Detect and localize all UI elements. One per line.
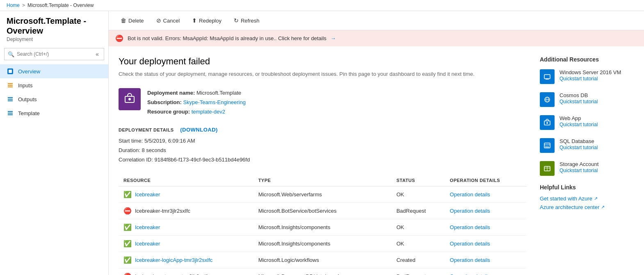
resource-name-3: SQL Database xyxy=(560,138,598,144)
operation-details-link[interactable]: Operation details xyxy=(450,191,490,198)
breadcrumb-home[interactable]: Home xyxy=(7,2,20,8)
cancel-label: Cancel xyxy=(163,18,180,24)
alert-arrow[interactable]: → xyxy=(331,35,336,41)
helpful-link-0[interactable]: Get started with Azure↗ xyxy=(540,195,634,202)
deployment-description: Check the status of your deployment, man… xyxy=(119,70,527,78)
resource-type: Microsoft.Insights/components xyxy=(253,235,392,252)
resource-status: BadRequest xyxy=(391,202,445,219)
subscription-link[interactable]: Skype-Teams-Engineering xyxy=(183,99,245,105)
template-icon xyxy=(7,109,14,117)
resource-icon-4 xyxy=(540,161,555,176)
download-link[interactable]: (Download) xyxy=(180,127,218,133)
refresh-button[interactable]: ↻ Refresh xyxy=(228,14,265,27)
operation-details-link[interactable]: Operation details xyxy=(450,273,490,275)
main-content: Your deployment failed Check the status … xyxy=(109,46,644,275)
resource-quickstart-4[interactable]: Quickstart tutorial xyxy=(560,168,598,173)
redeploy-icon: ⬆ xyxy=(192,17,197,24)
refresh-label: Refresh xyxy=(241,18,260,24)
outputs-icon xyxy=(7,95,14,103)
additional-resources-list: Windows Server 2016 VM Quickstart tutori… xyxy=(540,69,634,176)
cancel-button[interactable]: ⊘ Cancel xyxy=(151,14,185,27)
sidebar-item-label-inputs: Inputs xyxy=(18,82,32,89)
resource-icon-1 xyxy=(540,92,555,107)
page-subtitle: Deployment xyxy=(7,36,102,42)
additional-resource-2[interactable]: Web App Quickstart tutorial xyxy=(540,115,634,130)
deployment-icon xyxy=(119,88,141,110)
resource-status: OK xyxy=(391,219,445,235)
sidebar-item-inputs[interactable]: Inputs xyxy=(0,78,108,92)
table-row: ✅Icebreaker Microsoft.Insights/component… xyxy=(119,235,527,252)
resource-name-4: Storage Account xyxy=(560,161,598,167)
cancel-icon: ⊘ xyxy=(156,17,161,24)
resource-group-link[interactable]: template-dev2 xyxy=(192,109,225,115)
content-area: 🗑 Delete ⊘ Cancel ⬆ Redeploy ↻ Refresh ⛔… xyxy=(109,11,644,275)
sidebar-item-template[interactable]: Template xyxy=(0,106,108,120)
overview-icon xyxy=(7,68,14,75)
search-input[interactable] xyxy=(17,51,91,57)
resource-type: Microsoft.BotService/botServices xyxy=(253,202,392,219)
alert-message: Bot is not valid. Errors: MsaAppId: MsaA… xyxy=(128,35,327,41)
sidebar-item-label-overview: Overview xyxy=(18,68,40,75)
svg-rect-13 xyxy=(544,75,550,79)
sidebar: Microsoft.Template - Overview Deployment… xyxy=(0,11,109,275)
sidebar-item-label-template: Template xyxy=(18,110,40,116)
operation-details-link[interactable]: Operation details xyxy=(450,208,490,214)
additional-resource-1[interactable]: Cosmos DB Quickstart tutorial xyxy=(540,92,634,107)
additional-resources-title: Additional Resources xyxy=(540,56,634,63)
resource-link[interactable]: Icebreaker xyxy=(135,224,160,230)
redeploy-button[interactable]: ⬆ Redeploy xyxy=(187,14,227,27)
resource-link[interactable]: Icebreaker-logicApp-tmr3jlr2sxlfc xyxy=(135,257,212,263)
operation-details-link[interactable]: Operation details xyxy=(450,224,490,230)
status-ok-icon: ✅ xyxy=(123,240,132,248)
page-title: Microsoft.Template - Overview xyxy=(7,16,102,36)
svg-rect-4 xyxy=(8,86,13,87)
resource-type: Microsoft.Logic/workflows xyxy=(253,252,392,268)
resource-icon-2 xyxy=(540,115,555,130)
resource-name: Icebreaker-tmr3jlr2sxlfc xyxy=(135,208,190,214)
resource-quickstart-3[interactable]: Quickstart tutorial xyxy=(560,145,598,150)
deployment-name-row: Deployment name: Microsoft.Template xyxy=(147,88,246,98)
collapse-button[interactable]: « xyxy=(94,50,100,58)
resource-name: Icebreaker-storage-tmr3jlr2sxlfc xyxy=(135,273,210,275)
right-sidebar: Additional Resources Windows Server 2016… xyxy=(540,56,634,265)
resource-type: Microsoft.Web/serverfarms xyxy=(253,186,392,202)
svg-rect-14 xyxy=(546,79,549,80)
resource-quickstart-2[interactable]: Quickstart tutorial xyxy=(560,122,598,127)
operation-details-link[interactable]: Operation details xyxy=(450,241,490,247)
deployment-meta: Deployment name: Microsoft.Template Subs… xyxy=(147,88,246,117)
deployment-subscription-row: Subscription: Skype-Teams-Engineering xyxy=(147,98,246,107)
deployment-failed-title: Your deployment failed xyxy=(119,56,527,67)
duration-row: Duration: 8 seconds xyxy=(119,145,527,155)
operation-details-link[interactable]: Operation details xyxy=(450,257,490,263)
delete-icon: 🗑 xyxy=(121,17,126,24)
additional-resource-0[interactable]: Windows Server 2016 VM Quickstart tutori… xyxy=(540,69,634,84)
additional-resource-3[interactable]: SQL SQL Database Quickstart tutorial xyxy=(540,138,634,153)
helpful-links-list: Get started with Azure↗Azure architectur… xyxy=(540,195,634,210)
svg-point-12 xyxy=(128,98,131,100)
helpful-link-1[interactable]: Azure architecture center↗ xyxy=(540,204,634,210)
alert-icon: ⛔ xyxy=(115,34,123,42)
sidebar-item-outputs[interactable]: Outputs xyxy=(0,92,108,106)
col-status: STATUS xyxy=(391,175,445,186)
status-ok-icon: ✅ xyxy=(123,223,132,231)
resource-quickstart-0[interactable]: Quickstart tutorial xyxy=(560,76,598,82)
svg-rect-2 xyxy=(8,83,13,84)
resource-quickstart-1[interactable]: Quickstart tutorial xyxy=(560,99,598,105)
additional-resource-4[interactable]: Storage Account Quickstart tutorial xyxy=(540,161,634,176)
sidebar-item-overview[interactable]: Overview xyxy=(0,64,108,78)
svg-rect-7 xyxy=(8,100,13,101)
svg-text:SQL: SQL xyxy=(545,145,549,148)
resource-name-1: Cosmos DB xyxy=(560,92,598,98)
svg-rect-10 xyxy=(8,114,13,115)
search-box[interactable]: 🔍 « xyxy=(4,48,104,60)
helpful-links-title: Helpful Links xyxy=(540,184,634,191)
table-row: ⛔Icebreaker-storage-tmr3jlr2sxlfc Micros… xyxy=(119,268,527,275)
resource-link[interactable]: Icebreaker xyxy=(135,191,160,198)
left-panel: Your deployment failed Check the status … xyxy=(119,56,527,265)
table-row: ✅Icebreaker Microsoft.Insights/component… xyxy=(119,219,527,235)
refresh-icon: ↻ xyxy=(234,17,239,24)
delete-button[interactable]: 🗑 Delete xyxy=(115,14,149,27)
svg-rect-8 xyxy=(8,111,13,112)
svg-rect-9 xyxy=(8,113,13,114)
resource-link[interactable]: Icebreaker xyxy=(135,241,160,247)
